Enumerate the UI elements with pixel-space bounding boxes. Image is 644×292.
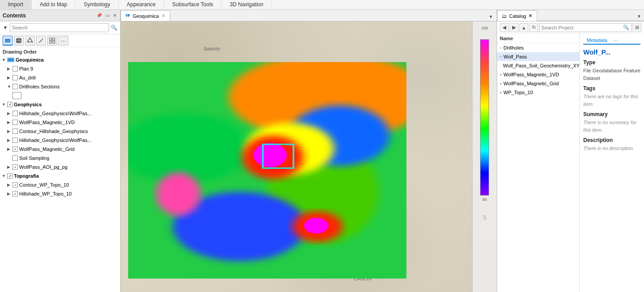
- layer-tool-btn[interactable]: [3, 36, 13, 46]
- svg-line-7: [39, 39, 43, 42]
- grid-tool-btn[interactable]: [47, 36, 57, 46]
- svg-line-8: [39, 42, 40, 43]
- checkbox-topografia[interactable]: [7, 173, 13, 179]
- toolbar-symbology[interactable]: Symbology: [75, 0, 118, 9]
- toolbar-add-to-map[interactable]: Add to Map: [32, 0, 75, 9]
- map-tab-close[interactable]: ✕: [162, 13, 165, 18]
- toolbar-subsurface-tools[interactable]: Subsurface Tools: [164, 0, 222, 9]
- tree-hillshade1[interactable]: ▶ Hillshade_Geophysics\WolfPas...: [0, 109, 120, 118]
- svg-rect-2: [5, 42, 10, 42]
- expand-arrow: ▼: [2, 102, 7, 107]
- tree-au-drill[interactable]: ▶ Au_drill: [0, 73, 120, 82]
- right-panel-arrow[interactable]: ▼: [634, 12, 644, 21]
- catalog-search-input[interactable]: [539, 25, 621, 31]
- catalog-search-icon[interactable]: 🔍: [621, 25, 631, 30]
- right-panel: 🗂 Catalog ✕ ▼ ◀ ▶ ▲ ↻ 🔍 ⊞ Name: [497, 10, 644, 292]
- svg-rect-11: [50, 41, 52, 43]
- polygon-tool-btn[interactable]: [25, 36, 35, 46]
- expand-arrow: ▶: [7, 75, 13, 80]
- map-tab-geoquimica[interactable]: 🗺 Geoquimica ✕: [121, 10, 170, 21]
- more-tool-btn[interactable]: ···: [59, 36, 68, 46]
- map-tab-arrow[interactable]: ▼: [485, 13, 497, 21]
- tree-soil-sampling[interactable]: Soil Sampling: [0, 154, 120, 163]
- tree-label-hillshade1: Hillshade_Geophysics\WolfPas...: [19, 111, 92, 116]
- tree-contour-topo[interactable]: ▶ Contour_WP_Topo_10: [0, 180, 120, 189]
- tree-label-contour-hillshade: Contour_Hillshade_Geophysics: [19, 129, 88, 134]
- tree-drillholes-sections[interactable]: ▼ Drillholes Sections: [0, 82, 120, 91]
- svg-point-26: [156, 172, 201, 216]
- catalog-body: Name ▫ Drillholes ▫ Wolf_Pass · Wolf_Pas…: [497, 34, 644, 292]
- catalog-grid-btn[interactable]: ⊞: [632, 23, 641, 32]
- tree-label-contour-topo: Contour_WP_Topo_10: [19, 182, 69, 188]
- checkbox-hillshade-topo[interactable]: [13, 191, 18, 196]
- checkbox-drillholes-sections[interactable]: [13, 84, 18, 89]
- checkbox-contour-topo[interactable]: [13, 182, 18, 188]
- main-layout: Contents 📌 ▭ ✕ ▼ 🔍: [0, 10, 644, 292]
- panel-minimize-btn[interactable]: ▭: [105, 13, 110, 18]
- catalog-item-magnetic-grid[interactable]: ▪ WolfPass_Magnetic_Grid: [497, 79, 579, 88]
- pencil-tool-btn[interactable]: [36, 36, 46, 46]
- back-btn[interactable]: ◀: [500, 23, 509, 32]
- checkbox-contour-hillshade[interactable]: [13, 129, 18, 134]
- checkbox-magnetic-grid[interactable]: [13, 146, 18, 152]
- tree-aoi[interactable]: ▶ WolfPass_AOI_pg_pg: [0, 163, 120, 171]
- drillholes-icon: ▫: [500, 45, 502, 51]
- catalog-item-wolf-pass[interactable]: ▫ Wolf_Pass: [497, 52, 579, 61]
- checkbox-magnetic-1vd[interactable]: [13, 120, 18, 125]
- toolbar-3d-navigation[interactable]: 3D Navigation: [222, 0, 272, 9]
- cylinder-tool-btn[interactable]: [14, 36, 24, 46]
- search-icon[interactable]: 🔍: [111, 25, 117, 31]
- checkbox-soil-sampling[interactable]: [13, 155, 18, 161]
- catalog-item-drillholes[interactable]: ▫ Drillholes: [497, 43, 579, 52]
- svg-point-25: [304, 218, 329, 234]
- tree-label-hillshade-topo: Hillshade_WP_Topo_10: [19, 191, 71, 196]
- refresh-btn[interactable]: ↻: [529, 23, 538, 32]
- tree-geoquimica[interactable]: ▼ Geoquimica: [0, 55, 120, 64]
- checkbox-geophysics[interactable]: [7, 102, 13, 107]
- panel-pin-btn[interactable]: 📌: [96, 13, 103, 18]
- tree-hillshade2[interactable]: ▶ Hillshade_Geophysics\WolfPas...: [0, 136, 120, 145]
- right-panel-tabs: 🗂 Catalog ✕ ▼: [497, 10, 644, 21]
- topo-icon: ▪: [500, 89, 502, 96]
- meta-tab-dots[interactable]: ···: [613, 37, 618, 44]
- tree-geophysics[interactable]: ▼ Geophysics: [0, 100, 120, 109]
- map-canvas[interactable]: Salento CAÑON: [121, 21, 497, 292]
- catalog-tab-close[interactable]: ✕: [528, 13, 532, 19]
- catalog-header-name: Name: [497, 34, 579, 43]
- tree-magnetic-1vd[interactable]: ▶ WolfPass_Magnetic_1VD: [0, 118, 120, 127]
- tree-label-topografia: Topografia: [14, 173, 39, 179]
- expand-arrow: ▶: [7, 111, 13, 116]
- checkbox-aoi[interactable]: [13, 164, 18, 170]
- forward-btn[interactable]: ▶: [510, 23, 519, 32]
- tree-topografia[interactable]: ▼ Topografia: [0, 171, 120, 180]
- checkbox-hillshade1[interactable]: [13, 111, 18, 116]
- left-panel: Contents 📌 ▭ ✕ ▼ 🔍: [0, 10, 121, 292]
- catalog-tab-icon: 🗂: [502, 13, 507, 19]
- expand-arrow: ▼: [2, 174, 7, 178]
- checkbox-au-drill[interactable]: [13, 75, 18, 80]
- toolbar-import[interactable]: Import: [0, 0, 32, 9]
- panel-close-btn[interactable]: ✕: [112, 13, 117, 18]
- meta-description-value: There is no description: [583, 145, 640, 152]
- meta-tab-metadata[interactable]: Metadata: [583, 37, 611, 45]
- expand-arrow: ▶: [7, 183, 13, 187]
- catalog-tree-col: Name ▫ Drillholes ▫ Wolf_Pass · Wolf_Pas…: [497, 34, 580, 292]
- legend-bar: 150 90 nT: [472, 21, 497, 292]
- catalog-tab[interactable]: 🗂 Catalog ✕: [497, 10, 537, 21]
- checkbox-plan9[interactable]: [13, 66, 18, 71]
- soil-geo-icon: ·: [500, 63, 501, 69]
- meta-tags-value: There are no tags for this item.: [583, 93, 640, 108]
- up-btn[interactable]: ▲: [519, 23, 528, 32]
- toolbar-appearance[interactable]: Appearance: [119, 0, 164, 9]
- metadata-col: Metadata ··· Wolf_P... Type File Geodata…: [580, 34, 644, 292]
- tree-magnetic-grid[interactable]: ▶ WolfPass_Magnetic_Grid: [0, 145, 120, 154]
- tree-contour-hillshade[interactable]: ▶ Contour_Hillshade_Geophysics: [0, 127, 120, 136]
- checkbox-hillshade2[interactable]: [13, 138, 18, 143]
- tree-plan9[interactable]: ▶ Plan 9: [0, 64, 120, 73]
- search-input[interactable]: [10, 23, 109, 32]
- tree-hillshade-topo[interactable]: ▶ Hillshade_WP_Topo_10: [0, 189, 120, 198]
- catalog-item-topo[interactable]: ▪ WP_Topo_10: [497, 88, 579, 97]
- catalog-item-magnetic-1vd[interactable]: ▪ WolfPass_Magnetic_1VD: [497, 70, 579, 79]
- catalog-item-soil-geochemistry[interactable]: · Wolf_Pass_Soil_Geochemistry_XYY: [497, 61, 579, 70]
- svg-rect-9: [50, 38, 52, 40]
